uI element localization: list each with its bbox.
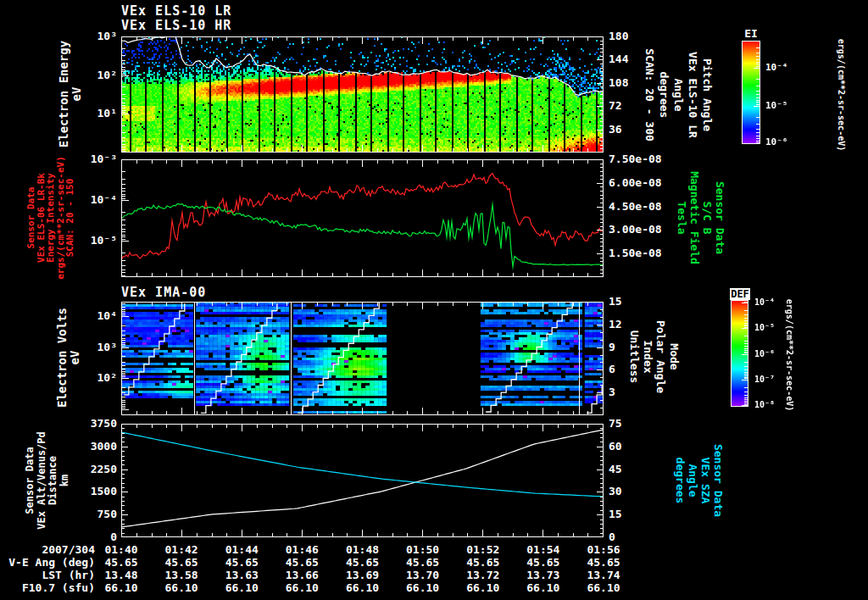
panels-aux-left_axis-label: Sensor Data VEx Alt/Venus/Pd Distance km [25,431,70,530]
footer-value: 66.10 [458,581,509,594]
footer-value: 13.73 [518,569,569,581]
footer-value: 66.10 [518,581,569,594]
date-label: 2007/304 [4,543,95,556]
time-tick-label: 01:48 [339,543,387,556]
colorbar-tick-label: 10⁻⁶ [765,136,788,147]
time-tick-label: 01:50 [399,543,447,556]
footer-value: 13.74 [578,569,629,581]
footer-value: 66.10 [216,581,267,594]
vex-quicklook-plot: VEx ELS-10 LR VEx ELS-10 HR VEx IMA-00 E… [0,0,868,600]
footer-row-label: F10.7 (sfu) [4,581,95,594]
footer-value: 66.10 [156,581,207,594]
panels-els-left_axis-label: Electron Energy eV [58,41,83,147]
footer-value: 45.65 [156,556,207,569]
ima-colorbar [731,300,748,407]
axis-tick-label: 3750 [66,417,117,431]
axis-tick-label: 0 [609,531,685,544]
axis-tick-label: 7.50e-08 [609,153,685,166]
axis-tick-label: 15 [609,295,685,308]
ima-colorbar-units: ergs/(cm**2-sr-sec-eV) [785,299,794,411]
ima-title: VEx IMA-00 [121,285,206,300]
footer-value: 13.66 [276,569,327,581]
time-tick-label: 01:40 [97,543,145,556]
colorbar-tick-label: 10⁻⁸ [754,400,775,409]
intensity-bfield-canvas [121,159,604,277]
axis-tick-label: 0 [66,531,117,544]
colorbar-tick-label: 10⁻⁴ [754,297,775,307]
panels-ima-left_axis-label: Electron Volts eV [56,308,81,408]
axis-tick-label: 3000 [66,440,117,453]
colorbar-tick-label: 10⁻⁶ [754,349,775,358]
panels-els_line-left_axis-label: Sensor Data VEx ELS-06 LR-Bk Energy Inte… [26,156,75,280]
footer-value: 66.10 [96,581,147,594]
footer-value: 45.65 [96,556,147,569]
panels-els_line-right_axis-label: Sensor Data S/C B Magnetic Field Tesla [676,171,726,264]
axis-tick-label: 180 [609,30,685,43]
footer-value: 45.65 [398,556,448,569]
time-tick-label: 01:56 [580,543,627,556]
footer-value: 45.65 [578,556,629,569]
axis-tick-label: 1500 [66,485,117,498]
footer-value: 13.72 [458,569,509,581]
els-colorbar-units: ergs/(cm**2-sr-sec-eV) [837,39,846,151]
colorbar-tick-label: 10⁻⁵ [765,100,788,111]
footer-value: 13.70 [398,569,448,581]
axis-tick-label: 750 [66,508,117,521]
els-spectrogram-canvas [121,36,604,153]
footer-value: 66.10 [578,581,629,594]
els-colorbar-title: EI [734,27,768,40]
panels-els-right_axis-label: Pitch Angle VEx ELS-10 LR Angle degrees … [643,48,715,142]
els-title-hr: VEx ELS-10 HR [121,18,231,33]
footer-value: 45.65 [276,556,327,569]
time-tick-label: 01:44 [218,543,265,556]
footer-row-label: V-E Ang (deg) [4,556,95,569]
colorbar-tick-label: 10⁻⁴ [765,62,788,73]
panels-ima-right_axis-label: Mode Polar Angle Index Unitless [628,320,681,393]
footer-value: 45.65 [458,556,509,569]
time-tick-label: 01:42 [158,543,205,556]
footer-value: 13.58 [156,569,207,581]
footer-value: 45.65 [216,556,267,569]
axis-tick-label: 1.50e-08 [609,247,685,260]
footer-value: 66.10 [398,581,448,594]
ima-spectrogram-canvas [121,302,604,415]
els-title-lr: VEx ELS-10 LR [121,3,231,19]
axis-tick-label: 75 [609,417,685,431]
footer-value: 13.48 [96,569,147,581]
colorbar-tick-label: 10⁻⁵ [754,323,775,332]
time-tick-label: 01:54 [520,543,567,556]
footer-value: 66.10 [337,581,388,594]
footer-value: 45.65 [518,556,569,569]
colorbar-tick-label: 10⁻⁷ [754,375,775,384]
footer-value: 13.69 [337,569,388,581]
time-tick-label: 01:46 [278,543,326,556]
footer-value: 13.63 [216,569,267,581]
els-colorbar [742,41,760,144]
time-tick-label: 01:52 [459,543,507,556]
axis-tick-label: 3.00e-08 [609,223,685,236]
panels-aux-right_axis-label: Sensor Data VEx SZA Angle degrees [674,444,725,517]
ima-colorbar-title: DEF [730,288,750,300]
axis-tick-label: 2250 [66,463,117,476]
footer-row-label: LST (hr) [4,569,95,581]
altitude-sza-canvas [121,424,604,537]
axis-tick-label: 6.00e-08 [609,176,685,190]
axis-tick-label: 4.50e-08 [609,200,685,214]
footer-value: 66.10 [276,581,327,594]
footer-value: 45.65 [337,556,388,569]
